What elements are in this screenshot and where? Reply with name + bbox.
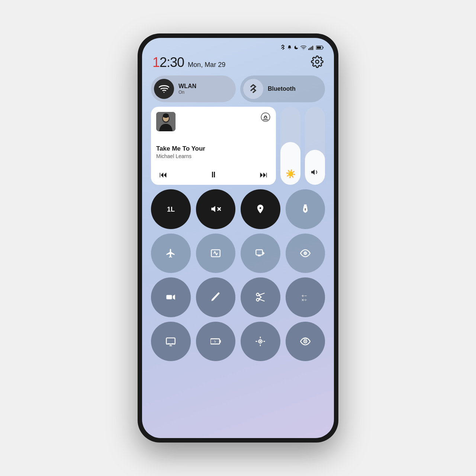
- button-grid-1: 1L: [151, 189, 325, 229]
- mute-button[interactable]: [196, 189, 236, 229]
- flashlight-button[interactable]: [286, 189, 325, 229]
- volume-slider[interactable]: [305, 107, 325, 185]
- flashlight-icon: [300, 204, 311, 214]
- volume-svg-icon: [311, 168, 319, 177]
- time-red-char: 1: [152, 55, 160, 70]
- svg-marker-23: [263, 251, 265, 255]
- wlan-icon-circle: [154, 79, 174, 99]
- brightness-icon: ☀️: [286, 169, 296, 179]
- svg-rect-6: [317, 46, 321, 49]
- airplay-icon: [260, 112, 271, 122]
- svg-rect-37: [167, 338, 175, 344]
- svg-rect-7: [323, 46, 324, 48]
- reading-mode-button[interactable]: [286, 234, 325, 273]
- settings-button[interactable]: [311, 55, 324, 70]
- svg-rect-40: [220, 340, 221, 342]
- date-display: Mon, Mar 29: [188, 61, 225, 69]
- brightness-slider[interactable]: ☀️: [280, 107, 300, 185]
- svg-rect-2: [311, 46, 312, 50]
- music-card-top: [156, 112, 271, 131]
- video-camera-icon: [165, 292, 176, 302]
- music-info: Take Me To Your Michael Learns: [156, 145, 271, 159]
- svg-point-19: [260, 208, 261, 209]
- bluetooth-status-icon: [280, 45, 285, 50]
- oneplus-button[interactable]: 1L: [151, 189, 191, 229]
- svg-rect-3: [312, 46, 313, 50]
- sliders-column: ☀️: [280, 107, 325, 185]
- bluetooth-text: Bluetooth: [268, 86, 296, 92]
- status-bar: [142, 38, 334, 52]
- svg-point-26: [305, 253, 306, 254]
- music-controls: ⏮ ⏸ ⏭: [156, 170, 271, 180]
- middle-row: Take Me To Your Michael Learns ⏮ ⏸ ⏭ ☀️: [151, 107, 325, 185]
- svg-line-33: [259, 295, 261, 297]
- svg-rect-0: [308, 48, 309, 50]
- volume-icon: [311, 168, 319, 179]
- bluetooth-button[interactable]: Bluetooth: [240, 75, 325, 102]
- eye-protection-button[interactable]: [286, 322, 325, 361]
- screen-record-icon: [255, 248, 266, 258]
- screen-record-button[interactable]: [241, 234, 280, 273]
- wifi-status-icon: [300, 45, 306, 50]
- album-art-image: [156, 112, 176, 131]
- svg-line-49: [304, 338, 304, 339]
- svg-marker-28: [173, 295, 175, 300]
- nfc-icon: [210, 248, 221, 258]
- music-artist: Michael Learns: [156, 153, 271, 159]
- next-button[interactable]: ⏭: [260, 170, 268, 180]
- battery-saver-button[interactable]: [196, 322, 236, 361]
- svg-rect-1: [310, 48, 311, 50]
- cast-icon: [165, 336, 176, 347]
- header-row: 12:30 Mon, Mar 29: [142, 52, 334, 75]
- battery-status-icon: [316, 45, 324, 50]
- button-grid-3: +− ×÷: [151, 277, 325, 317]
- music-card[interactable]: Take Me To Your Michael Learns ⏮ ⏸ ⏭: [151, 107, 276, 185]
- airplane-icon: [165, 248, 176, 258]
- scissors-icon: [255, 292, 266, 302]
- airplane-mode-button[interactable]: [151, 234, 191, 273]
- eye-protection-icon: [300, 336, 311, 347]
- scissors-button[interactable]: [241, 277, 280, 317]
- brush-icon: [210, 292, 221, 302]
- location-icon: [255, 204, 266, 214]
- calculator-icon: +− ×÷: [300, 292, 311, 302]
- svg-rect-22: [256, 250, 263, 255]
- wlan-button[interactable]: WLAN On: [151, 75, 236, 102]
- nfc-button[interactable]: [196, 234, 236, 273]
- cast-button[interactable]: [151, 322, 191, 361]
- low-brightness-button[interactable]: [241, 322, 280, 361]
- low-brightness-icon: [255, 336, 266, 347]
- bluetooth-icon-circle: [243, 79, 263, 99]
- airplay-button[interactable]: [260, 112, 271, 124]
- svg-point-46: [260, 340, 261, 342]
- mute-icon: [210, 204, 221, 214]
- bell-status-icon: [287, 45, 292, 50]
- svg-line-34: [259, 297, 261, 299]
- wlan-title: WLAN: [178, 83, 196, 90]
- top-controls-row: WLAN On Bluetooth: [151, 75, 325, 102]
- wlan-subtitle: On: [178, 90, 196, 95]
- prev-button[interactable]: ⏮: [159, 170, 167, 180]
- svg-point-48: [305, 341, 306, 342]
- svg-rect-27: [167, 295, 172, 299]
- phone-frame: 12:30 Mon, Mar 29: [138, 33, 338, 443]
- music-title: Take Me To Your: [156, 145, 271, 152]
- controls-container: WLAN On Bluetooth: [142, 75, 334, 361]
- calculator-button[interactable]: +− ×÷: [286, 277, 325, 317]
- svg-line-31: [259, 293, 264, 295]
- brush-button[interactable]: [196, 277, 236, 317]
- pause-button[interactable]: ⏸: [209, 170, 218, 180]
- signal-status-icon: [308, 45, 314, 50]
- album-art: [156, 112, 176, 131]
- status-icons: [280, 45, 324, 50]
- video-camera-button[interactable]: [151, 277, 191, 317]
- moon-status-icon: [294, 45, 299, 50]
- svg-line-51: [306, 338, 307, 339]
- svg-rect-39: [210, 339, 220, 344]
- svg-rect-21: [305, 208, 306, 211]
- svg-text:×÷: ×÷: [301, 297, 307, 302]
- location-button[interactable]: [241, 189, 280, 229]
- svg-line-32: [259, 299, 264, 301]
- svg-point-8: [316, 60, 319, 64]
- time-date: 12:30 Mon, Mar 29: [152, 55, 225, 70]
